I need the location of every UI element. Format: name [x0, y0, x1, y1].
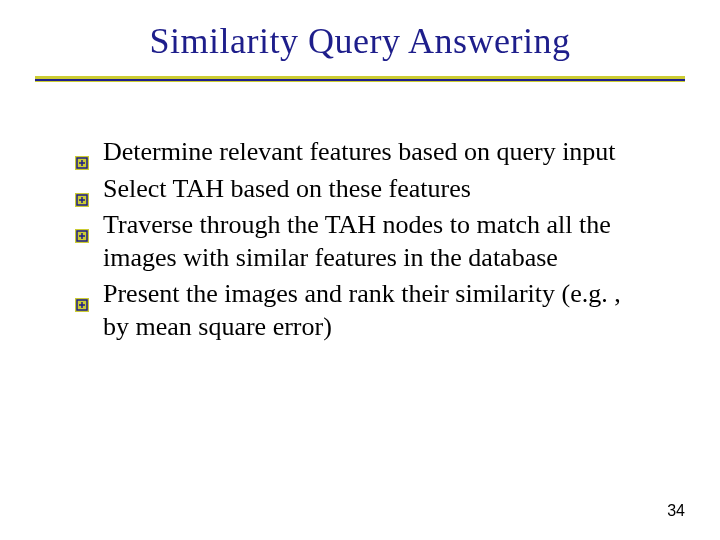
- list-item: Determine relevant features based on que…: [75, 136, 640, 169]
- list-item: Select TAH based on these features: [75, 173, 640, 206]
- bullet-icon: [75, 183, 89, 197]
- slide-title: Similarity Query Answering: [50, 20, 670, 62]
- bullet-text: Select TAH based on these features: [103, 174, 471, 203]
- page-number: 34: [667, 502, 685, 520]
- bullet-icon: [75, 288, 89, 302]
- list-item: Traverse through the TAH nodes to match …: [75, 209, 640, 274]
- bullet-text: Traverse through the TAH nodes to match …: [103, 210, 611, 272]
- title-divider: [50, 76, 670, 86]
- bullet-icon: [75, 219, 89, 233]
- bullet-text: Determine relevant features based on que…: [103, 137, 616, 166]
- bullet-icon: [75, 146, 89, 160]
- bullet-list: Determine relevant features based on que…: [50, 136, 670, 343]
- list-item: Present the images and rank their simila…: [75, 278, 640, 343]
- bullet-text: Present the images and rank their simila…: [103, 279, 621, 341]
